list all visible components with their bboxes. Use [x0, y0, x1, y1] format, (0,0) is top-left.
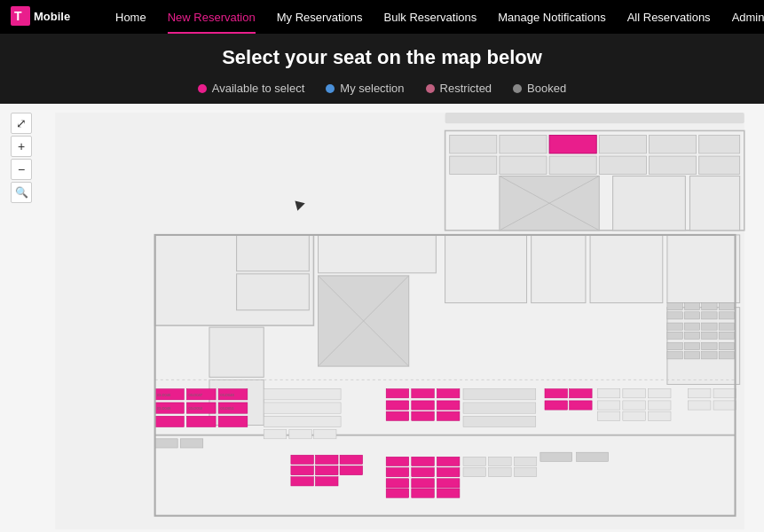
- legend-available: Available to select: [198, 82, 305, 95]
- svg-rect-87: [315, 477, 338, 486]
- svg-rect-88: [386, 389, 409, 398]
- map-container[interactable]: ⤢ + − 🔍: [0, 104, 764, 532]
- restricted-dot: [426, 84, 435, 93]
- svg-rect-36: [667, 235, 740, 303]
- svg-rect-45: [719, 312, 734, 319]
- svg-rect-77: [264, 430, 287, 439]
- svg-rect-118: [648, 401, 671, 410]
- svg-rect-75: [264, 403, 341, 413]
- navigation: T Mobile Home New Reservation My Reserva…: [0, 0, 764, 34]
- svg-text:03-D051: 03-D051: [220, 406, 234, 411]
- svg-text:03-D049: 03-D049: [157, 406, 171, 411]
- svg-rect-121: [648, 411, 671, 420]
- svg-rect-38: [667, 303, 682, 310]
- fit-button[interactable]: ⤢: [11, 113, 32, 134]
- svg-rect-72: [155, 439, 178, 448]
- svg-rect-116: [597, 401, 620, 410]
- svg-rect-48: [702, 323, 717, 330]
- svg-text:03-D048: 03-D048: [220, 393, 234, 397]
- nav-administration[interactable]: Administration ▾: [721, 0, 764, 34]
- svg-rect-80: [291, 455, 314, 464]
- svg-rect-74: [264, 389, 341, 400]
- svg-rect-25: [209, 327, 264, 377]
- svg-rect-11: [699, 136, 740, 153]
- svg-rect-111: [545, 401, 568, 410]
- svg-rect-128: [514, 457, 537, 466]
- nav-home[interactable]: Home: [105, 0, 157, 34]
- svg-rect-69: [155, 416, 185, 426]
- svg-rect-96: [437, 411, 460, 420]
- available-label: Available to select: [212, 82, 305, 95]
- svg-rect-134: [437, 489, 460, 497]
- booked-label: Booked: [527, 82, 566, 95]
- svg-rect-61: [719, 352, 734, 359]
- svg-rect-18: [699, 156, 740, 174]
- svg-rect-40: [702, 303, 717, 310]
- logo[interactable]: T Mobile: [11, 6, 91, 27]
- legend-booked: Booked: [513, 82, 566, 95]
- svg-text:03-D046: 03-D046: [157, 393, 171, 397]
- svg-rect-59: [684, 352, 699, 359]
- svg-rect-85: [340, 466, 363, 474]
- svg-rect-54: [667, 343, 682, 350]
- svg-rect-127: [489, 457, 512, 466]
- my-selection-dot: [326, 84, 335, 93]
- nav-manage-notifications[interactable]: Manage Notifications: [487, 0, 616, 34]
- svg-rect-124: [688, 401, 711, 410]
- available-dot: [198, 84, 207, 93]
- svg-rect-44: [702, 312, 717, 319]
- svg-rect-100: [386, 468, 409, 477]
- svg-rect-73: [180, 439, 203, 448]
- svg-rect-70: [186, 416, 216, 426]
- svg-rect-9: [599, 136, 646, 153]
- nav-bulk-reservations[interactable]: Bulk Reservations: [374, 0, 488, 34]
- svg-rect-101: [412, 468, 435, 477]
- svg-rect-7: [500, 136, 547, 153]
- nav-all-reservations[interactable]: All Reservations: [617, 0, 721, 34]
- svg-rect-50: [667, 332, 682, 339]
- search-button[interactable]: 🔍: [11, 182, 32, 203]
- svg-rect-51: [684, 332, 699, 339]
- floor-plan[interactable]: 03-D046 03-D047 03-D048 03-D049 03-D050 …: [44, 113, 755, 529]
- zoom-controls: ⤢ + − 🔍: [11, 113, 32, 203]
- svg-rect-129: [463, 468, 486, 477]
- svg-rect-126: [463, 457, 486, 466]
- svg-rect-46: [667, 323, 682, 330]
- svg-rect-60: [702, 352, 717, 359]
- svg-rect-58: [667, 352, 682, 359]
- svg-rect-90: [437, 389, 460, 398]
- svg-rect-4: [445, 113, 744, 123]
- svg-rect-76: [264, 416, 341, 426]
- svg-rect-79: [313, 430, 336, 439]
- svg-rect-114: [623, 389, 646, 398]
- zoom-out-button[interactable]: −: [11, 159, 32, 180]
- svg-rect-47: [684, 323, 699, 330]
- svg-rect-92: [412, 401, 435, 410]
- svg-rect-23: [689, 176, 739, 231]
- svg-text:T: T: [14, 9, 22, 23]
- svg-rect-42: [667, 312, 682, 319]
- nav-my-reservations[interactable]: My Reservations: [266, 0, 374, 34]
- svg-text:Mobile: Mobile: [34, 10, 70, 23]
- svg-rect-131: [514, 468, 537, 477]
- svg-rect-94: [386, 411, 409, 420]
- svg-rect-83: [291, 466, 314, 474]
- legend: Available to select My selection Restric…: [0, 76, 764, 104]
- svg-rect-55: [684, 343, 699, 350]
- svg-rect-122: [688, 389, 711, 398]
- svg-rect-113: [597, 389, 620, 398]
- restricted-label: Restricted: [440, 82, 492, 95]
- nav-new-reservation[interactable]: New Reservation: [157, 0, 266, 34]
- svg-rect-89: [412, 389, 435, 398]
- svg-rect-56: [702, 343, 717, 350]
- my-selection-label: My selection: [340, 82, 404, 95]
- svg-rect-84: [315, 466, 338, 474]
- booked-dot: [513, 84, 522, 93]
- svg-rect-119: [597, 411, 620, 420]
- zoom-in-button[interactable]: +: [11, 136, 32, 157]
- svg-rect-10: [649, 136, 696, 153]
- svg-rect-17: [649, 156, 696, 174]
- svg-rect-71: [218, 416, 248, 426]
- svg-rect-12: [549, 136, 596, 153]
- svg-rect-112: [570, 401, 593, 410]
